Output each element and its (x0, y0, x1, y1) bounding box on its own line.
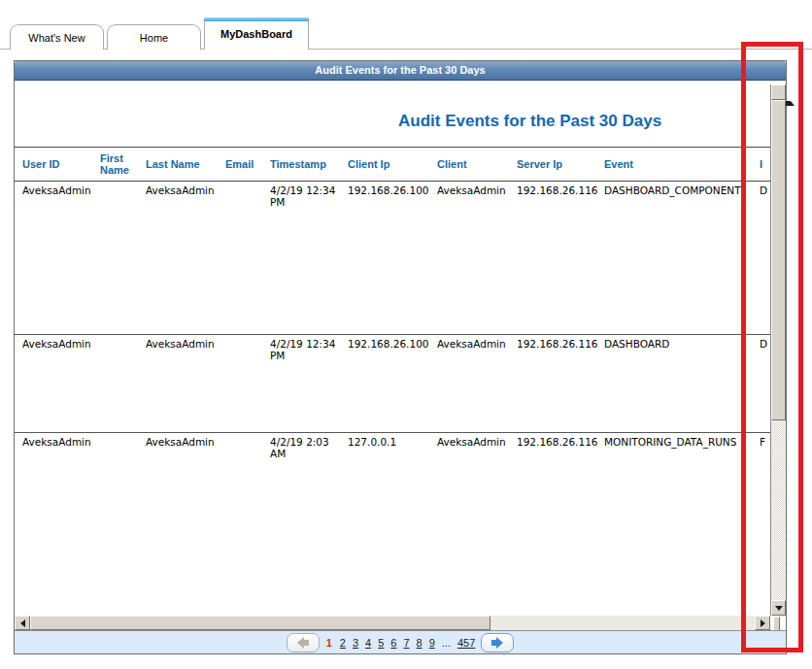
cell-client-ip: 192.168.26.100 (346, 182, 435, 335)
column-header-event: Event (602, 148, 758, 182)
next-page-button[interactable] (481, 633, 514, 652)
cell-last-name: AveksaAdmin (144, 182, 223, 335)
table-row: AveksaAdmin AveksaAdmin 4/2/19 12:34 PM … (15, 335, 770, 433)
cell-server-ip: 192.168.26.116 (515, 182, 602, 335)
scroll-left-icon (20, 619, 25, 627)
next-arrow-icon (491, 637, 503, 649)
column-header-first-name: First Name (98, 148, 144, 182)
cell-event: MONITORING_DATA_RUNS (602, 433, 758, 617)
cell-server-ip: 192.168.26.116 (515, 335, 602, 433)
cell-timestamp: 4/2/19 2:03 AM (268, 433, 346, 617)
table-row: AveksaAdmin AveksaAdmin 4/2/19 2:03 AM 1… (15, 433, 770, 617)
tab-whats-new[interactable]: What's New (10, 24, 104, 50)
audit-events-table: User ID First Name Last Name Email Times… (15, 147, 770, 616)
cell-timestamp: 4/2/19 12:34 PM (268, 182, 346, 335)
column-header-client-ip: Client Ip (346, 148, 435, 182)
cell-clipped: D (758, 182, 770, 335)
page-ellipsis: ... (442, 637, 451, 649)
cell-client: AveksaAdmin (435, 182, 515, 335)
table-row: AveksaAdmin AveksaAdmin 4/2/19 12:34 PM … (15, 182, 770, 335)
panel-title: Audit Events for the Past 30 Days (315, 64, 485, 76)
scroll-down-button[interactable] (771, 600, 786, 616)
pagination-bar: 1 2 3 4 5 6 7 8 9 ... 457 (15, 630, 786, 653)
tab-label: MyDashBoard (220, 28, 292, 40)
column-header-email: Email (223, 148, 268, 182)
column-header-server-ip: Server Ip (515, 148, 602, 182)
cell-server-ip: 192.168.26.116 (515, 433, 602, 617)
report-title: Audit Events for the Past 30 Days (398, 112, 661, 131)
cell-client: AveksaAdmin (435, 335, 515, 433)
current-page-number: 1 (326, 637, 332, 649)
column-header-last-name: Last Name (144, 148, 223, 182)
page-link-2[interactable]: 2 (340, 637, 346, 649)
cell-user-id: AveksaAdmin (15, 182, 98, 335)
cell-first-name (98, 433, 144, 617)
page-link-last[interactable]: 457 (457, 637, 475, 649)
previous-arrow-icon (297, 637, 309, 649)
tab-home[interactable]: Home (107, 24, 201, 50)
cell-email (223, 433, 268, 617)
cell-client: AveksaAdmin (435, 433, 515, 617)
tab-mydashboard[interactable]: MyDashBoard (204, 17, 309, 50)
column-header-user-id: User ID (15, 148, 98, 182)
scrollbar-corner (773, 617, 780, 631)
cell-user-id: AveksaAdmin (15, 433, 98, 617)
cell-first-name (98, 182, 144, 335)
cell-email (223, 335, 268, 433)
page-link-6[interactable]: 6 (390, 637, 396, 649)
column-header-timestamp: Timestamp (268, 148, 346, 182)
page-link-8[interactable]: 8 (417, 637, 423, 649)
horizontal-scrollbar-track[interactable] (491, 616, 755, 630)
cell-email (223, 182, 268, 335)
cell-clipped: D (758, 335, 770, 433)
column-header-client: Client (435, 148, 515, 182)
vertical-scrollbar[interactable] (770, 84, 786, 616)
report-viewport: Audit Events for the Past 30 Days User I… (15, 81, 770, 616)
column-header-clipped: I (758, 148, 770, 182)
scroll-left-button[interactable] (15, 616, 30, 630)
page-link-9[interactable]: 9 (429, 637, 435, 649)
page-link-4[interactable]: 4 (365, 637, 371, 649)
page-link-7[interactable]: 7 (403, 637, 409, 649)
audit-events-panel: Audit Events for the Past 30 Days Audit … (14, 60, 787, 654)
vertical-scrollbar-track[interactable] (771, 420, 786, 600)
tab-label: What's New (28, 32, 85, 44)
cell-event: DASHBOARD_COMPONENT (602, 182, 758, 335)
scroll-up-button[interactable] (771, 84, 786, 100)
cell-client-ip: 127.0.0.1 (346, 433, 435, 617)
cell-client-ip: 192.168.26.100 (346, 335, 435, 433)
cell-last-name: AveksaAdmin (144, 433, 223, 617)
panel-body: Audit Events for the Past 30 Days User I… (15, 81, 786, 630)
cell-event: DASHBOARD (602, 335, 758, 433)
scroll-right-button[interactable] (755, 616, 770, 630)
tab-label: Home (140, 32, 168, 44)
cell-timestamp: 4/2/19 12:34 PM (268, 335, 346, 433)
panel-title-bar: Audit Events for the Past 30 Days (15, 61, 786, 81)
horizontal-scrollbar[interactable] (15, 616, 770, 631)
cell-first-name (98, 335, 144, 433)
page-link-3[interactable]: 3 (353, 637, 358, 649)
scroll-down-icon (775, 606, 783, 611)
table-header-row: User ID First Name Last Name Email Times… (15, 148, 770, 182)
horizontal-scrollbar-thumb[interactable] (30, 616, 491, 630)
page-link-5[interactable]: 5 (378, 637, 384, 649)
cell-clipped: F (758, 433, 770, 617)
cell-user-id: AveksaAdmin (15, 335, 98, 433)
vertical-scrollbar-thumb[interactable] (771, 100, 786, 420)
previous-page-button[interactable] (287, 633, 320, 652)
scroll-right-icon (761, 619, 765, 627)
cell-last-name: AveksaAdmin (144, 335, 223, 433)
